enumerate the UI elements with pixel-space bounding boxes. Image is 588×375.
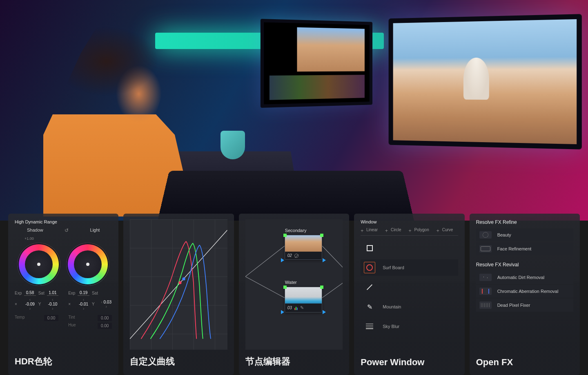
fx-section-revival: Resolve FX Revival Automatic Dirt Remova…	[476, 262, 573, 312]
fx-panel-title: Open FX	[476, 351, 573, 368]
fx-item-dirt[interactable]: Automatic Dirt Removal	[476, 271, 573, 284]
circle-shape-icon	[364, 262, 375, 273]
curves-panel: 自定义曲线	[123, 214, 234, 375]
window-item-pen[interactable]: ✎ Mountain	[361, 299, 458, 315]
light-y-value[interactable]: 0.03	[100, 300, 112, 309]
hdr-panel-header: High Dynamic Range	[15, 219, 112, 224]
light-x-value[interactable]: -0.01	[78, 297, 89, 311]
reference-monitor	[389, 14, 582, 150]
port-out-top[interactable]	[320, 234, 323, 237]
fx-revival-title: Resolve FX Revival	[476, 262, 573, 268]
window-panel: Window Linear Circle Polygon Curve Surf …	[354, 214, 464, 375]
tab-linear-label: Linear	[366, 228, 378, 232]
hue-value[interactable]: 0.00	[98, 323, 112, 329]
beauty-icon	[479, 231, 492, 239]
disable-icon[interactable]	[294, 254, 298, 258]
sat-label-2: Sat	[92, 291, 98, 295]
color-grading-panel	[157, 171, 415, 221]
shadow-x-value[interactable]: -0.09	[24, 297, 36, 311]
light-exp-value[interactable]: 0.19	[78, 290, 89, 296]
window-item-line[interactable]	[361, 279, 458, 295]
sat-label: Sat	[38, 291, 45, 295]
tab-polygon-label: Polygon	[414, 228, 429, 232]
hue-label: Hue	[68, 323, 76, 329]
green-curve[interactable]	[151, 243, 203, 339]
node-water-thumb	[285, 287, 322, 304]
red-curve-point[interactable]	[179, 281, 182, 284]
reset-icon[interactable]: ↺	[65, 228, 69, 233]
fx-item-dead[interactable]: Dead Pixel Fixer	[476, 299, 573, 312]
port-key-in[interactable]	[281, 258, 284, 262]
blue-curve-point[interactable]	[183, 277, 185, 280]
tint-value[interactable]: 0.00	[98, 315, 112, 321]
plus-one-label: +1.00	[15, 237, 112, 241]
shadow-color-wheel[interactable]	[18, 243, 60, 286]
ui-monitor	[261, 19, 372, 108]
fx-section-refine: Resolve FX Refine Beauty Face Refinement	[476, 219, 573, 255]
node-secondary-label: Secondary	[285, 228, 307, 233]
port-in-top-2[interactable]	[283, 286, 287, 289]
fx-panel: Resolve FX Refine Beauty Face Refinement…	[470, 214, 580, 375]
x-label: ×	[15, 302, 22, 306]
fx-face-label: Face Refinement	[497, 246, 532, 251]
feature-panels-row: High Dynamic Range Shadow ↺ Light +1.00 …	[0, 214, 588, 375]
gradient-shape-icon	[364, 321, 375, 332]
window-item-gradient[interactable]: Sky Blur	[361, 318, 458, 335]
port-in-top[interactable]	[283, 234, 287, 237]
y-label-2: Y	[92, 302, 98, 306]
node-water-index: 03	[287, 306, 292, 310]
blue-curve[interactable]	[160, 245, 211, 339]
nodes-panel-title: 节点编辑器	[245, 350, 343, 368]
temp-value[interactable]: 0.00	[44, 315, 58, 321]
port-key-out[interactable]	[323, 258, 326, 262]
pen-shape-icon: ✎	[364, 301, 375, 312]
svg-line-0	[245, 246, 285, 277]
tab-polygon[interactable]: Polygon	[409, 228, 429, 232]
y-label: Y	[38, 302, 45, 306]
coffee-mug	[220, 131, 245, 159]
node-secondary-index: 02	[287, 253, 292, 258]
fx-beauty-label: Beauty	[497, 232, 511, 237]
tab-circle-label: Circle	[391, 228, 401, 232]
nodes-panel: Secondary 02 Water 03	[239, 214, 349, 375]
light-label: Light	[90, 228, 100, 233]
fx-item-chroma[interactable]: Chromatic Aberration Removal	[476, 285, 573, 298]
dead-pixel-icon	[479, 301, 492, 309]
hdr-panel: High Dynamic Range Shadow ↺ Light +1.00 …	[8, 214, 118, 375]
svg-line-3	[322, 277, 343, 298]
tab-linear[interactable]: Linear	[361, 228, 378, 232]
fx-dirt-label: Automatic Dirt Removal	[497, 275, 545, 280]
exp-label-2: Exp	[68, 291, 75, 295]
curves-canvas[interactable]	[130, 219, 227, 350]
window-item-pen-label: Mountain	[383, 304, 401, 309]
hero-image	[0, 0, 588, 221]
light-color-wheel[interactable]	[67, 243, 109, 286]
exp-label: Exp	[15, 291, 22, 295]
fx-refine-title: Resolve FX Refine	[476, 219, 573, 225]
node-water-label: Water	[285, 280, 297, 285]
node-canvas[interactable]: Secondary 02 Water 03	[245, 219, 343, 350]
window-list: Surf Board ✎ Mountain Sky Blur	[361, 240, 458, 335]
luma-curve-line[interactable]	[130, 230, 227, 339]
fx-item-beauty[interactable]: Beauty	[476, 228, 573, 241]
svg-line-1	[245, 277, 285, 298]
port-key-in-2[interactable]	[281, 310, 284, 314]
node-water[interactable]: Water 03 ✎	[285, 287, 322, 312]
window-item-square[interactable]	[361, 240, 458, 256]
qualifier-icon[interactable]: ✎	[300, 305, 304, 310]
shadow-exp-value[interactable]: 0.58	[24, 290, 36, 296]
shadow-y-value[interactable]: -0.10	[47, 297, 58, 311]
fx-item-face[interactable]: Face Refinement	[476, 242, 573, 255]
shadow-sat-value[interactable]: 1.01	[47, 290, 58, 296]
fx-chroma-label: Chromatic Aberration Removal	[497, 289, 559, 294]
face-refinement-icon	[479, 245, 492, 252]
window-item-circle[interactable]: Surf Board	[361, 259, 458, 276]
tab-curve[interactable]: Curve	[437, 228, 453, 232]
node-secondary[interactable]: Secondary 02	[285, 235, 322, 260]
port-key-out-2[interactable]	[323, 310, 326, 314]
window-item-circle-label: Surf Board	[383, 265, 404, 270]
scopes-icon[interactable]	[294, 306, 298, 310]
chromatic-aberration-icon	[479, 288, 492, 295]
tab-circle[interactable]: Circle	[385, 228, 401, 232]
port-out-top-2[interactable]	[320, 286, 323, 289]
